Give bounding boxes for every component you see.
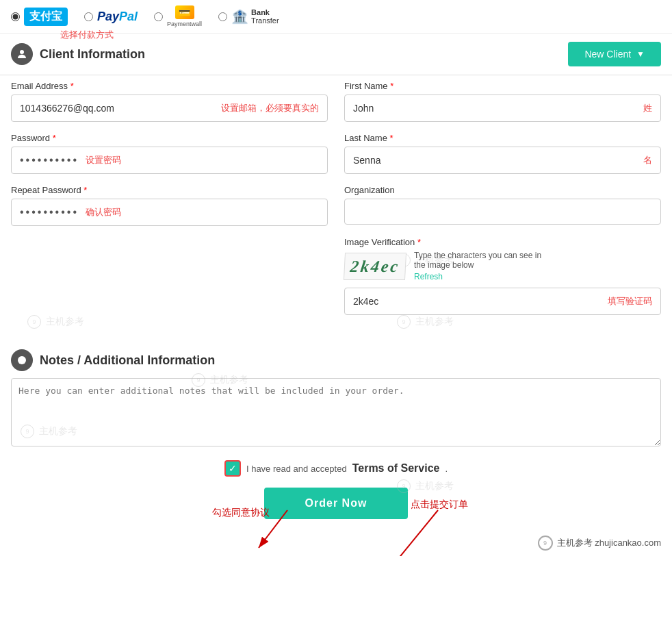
firstname-label: First Name *	[344, 81, 661, 91]
organization-label: Organization	[344, 185, 661, 195]
form-area: Email Address * 设置邮箱，必须要真实的 First Name *…	[0, 75, 672, 337]
captcha-input[interactable]	[353, 296, 601, 307]
terms-link[interactable]: Terms of Service	[352, 462, 440, 475]
repeat-password-group: Repeat Password * •••••••••• 确认密码	[11, 185, 328, 226]
repeat-password-dots: ••••••••••	[20, 206, 79, 218]
email-input-wrapper: 设置邮箱，必须要真实的	[11, 95, 328, 122]
terms-checkbox-visual[interactable]: ✓	[224, 460, 241, 477]
captcha-hint-area: Type the characters you can see in the i…	[414, 251, 551, 282]
lastname-input-wrapper: 名	[344, 147, 661, 174]
repeat-password-label: Repeat Password *	[11, 185, 328, 195]
dropdown-arrow-icon: ▼	[636, 49, 645, 59]
alipay-logo: 支付宝	[24, 8, 68, 26]
form-row-1: Email Address * 设置邮箱，必须要真实的 First Name *…	[11, 81, 661, 122]
section-title: Client Information	[11, 43, 145, 65]
firstname-annotation: 姓	[643, 102, 652, 114]
terms-text: I have read and accepted	[246, 464, 347, 474]
notes-header: Notes / Additional Information	[0, 342, 672, 378]
repeat-password-required: *	[83, 185, 87, 195]
password-required: *	[53, 133, 56, 143]
captcha-image-area: 2k4ec Type the characters you can see in…	[344, 251, 661, 282]
captcha-group: Image Verification * 2k4ec Type the char…	[344, 237, 661, 315]
email-input[interactable]	[20, 103, 214, 114]
password-label: Password *	[11, 133, 328, 143]
order-btn-row: Order Now	[0, 488, 672, 519]
new-client-button[interactable]: New Client ▼	[568, 42, 661, 66]
email-annotation: 设置邮箱，必须要真实的	[221, 102, 319, 114]
paypal-radio[interactable]	[84, 12, 93, 21]
spacer-group	[11, 237, 328, 315]
client-icon	[11, 43, 33, 65]
firstname-input-wrapper: 姓	[344, 95, 661, 122]
password-input-wrapper: •••••••••• 设置密码	[11, 147, 328, 174]
bank-radio[interactable]	[218, 12, 227, 21]
terms-period: .	[445, 464, 448, 474]
email-required: *	[70, 81, 74, 91]
payment-bar: 支付宝 PayPal 💳 Paymentwall 🏦	[0, 0, 672, 34]
lastname-annotation: 名	[643, 154, 652, 166]
payment-option-alipay[interactable]: 支付宝	[11, 8, 68, 26]
form-row-3: Repeat Password * •••••••••• 确认密码 Organi…	[11, 185, 661, 226]
password-annotation: 设置密码	[86, 154, 121, 166]
alipay-radio[interactable]	[11, 12, 20, 21]
email-group: Email Address * 设置邮箱，必须要真实的	[11, 81, 328, 122]
password-dots: ••••••••••	[20, 154, 79, 166]
repeat-password-annotation: 确认密码	[86, 206, 121, 218]
organization-group: Organization	[344, 185, 661, 226]
email-label: Email Address *	[11, 81, 328, 91]
lastname-label: Last Name *	[344, 133, 661, 143]
svg-point-2	[21, 364, 23, 365]
firstname-group: First Name * 姓	[344, 81, 661, 122]
organization-input[interactable]	[344, 199, 661, 225]
captcha-refresh-link[interactable]: Refresh	[414, 272, 443, 281]
payment-annotation: 选择付款方式	[60, 29, 114, 41]
form-row-2: Password * •••••••••• 设置密码 Last Name * 名	[11, 133, 661, 174]
page-wrapper: 支付宝 PayPal 💳 Paymentwall 🏦	[0, 0, 672, 556]
captcha-required: *	[417, 237, 421, 247]
notes-textarea[interactable]	[11, 378, 661, 446]
form-row-4: Image Verification * 2k4ec Type the char…	[11, 237, 661, 315]
payment-option-paypal[interactable]: PayPal	[84, 10, 138, 24]
firstname-required: *	[390, 81, 393, 91]
captcha-image: 2k4ec	[344, 253, 406, 280]
captcha-label: Image Verification *	[344, 237, 661, 247]
bank-logo: 🏦 Bank Transfer	[231, 8, 279, 25]
paymentwall-logo: 💳 Paymentwall	[167, 5, 202, 27]
payment-option-paymentwall[interactable]: 💳 Paymentwall	[154, 5, 202, 27]
lastname-required: *	[390, 133, 393, 143]
paypal-logo: PayPal	[97, 10, 138, 24]
footer-watermark: 9 主机参考 zhujicankao.com	[0, 530, 672, 556]
firstname-input[interactable]	[353, 103, 636, 114]
lastname-input[interactable]	[353, 155, 636, 166]
footer-logo: 9 主机参考 zhujicankao.com	[538, 536, 661, 551]
captcha-input-wrapper: 填写验证码	[344, 288, 661, 315]
footer-circle-icon: 9	[538, 536, 553, 551]
paymentwall-radio[interactable]	[154, 12, 163, 21]
svg-point-0	[20, 50, 24, 54]
footer-text: 主机参考 zhujicankao.com	[557, 537, 661, 549]
terms-row: ✓ I have read and accepted Terms of Serv…	[0, 460, 672, 477]
notes-icon	[11, 349, 33, 371]
lastname-group: Last Name * 名	[344, 133, 661, 174]
captcha-annotation: 填写验证码	[608, 295, 652, 307]
section-title-text: Client Information	[40, 47, 145, 62]
payment-option-bank[interactable]: 🏦 Bank Transfer	[218, 8, 279, 25]
notes-title: Notes / Additional Information	[40, 353, 215, 368]
order-now-button[interactable]: Order Now	[264, 488, 409, 519]
notes-section: Notes / Additional Information	[0, 342, 672, 449]
captcha-hint: Type the characters you can see in the i…	[414, 251, 551, 270]
repeat-password-input-wrapper: •••••••••• 确认密码	[11, 199, 328, 226]
password-group: Password * •••••••••• 设置密码	[11, 133, 328, 174]
